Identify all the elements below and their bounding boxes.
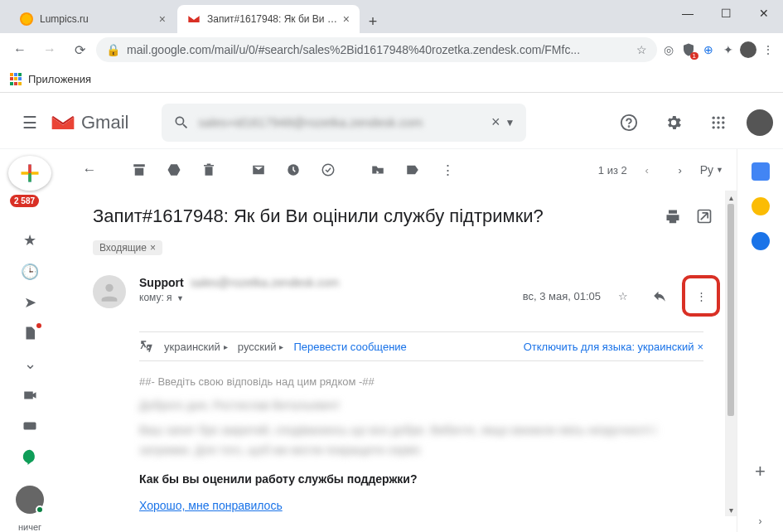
delete-button[interactable] [192, 153, 225, 186]
sidepanel-calendar-icon[interactable] [752, 162, 770, 181]
extension-shield-icon[interactable]: 1 [680, 41, 697, 58]
translate-bar: украинский ▸ русский ▸ Перевести сообщен… [139, 331, 703, 361]
browser-tab-0[interactable]: Lumpics.ru × [10, 5, 176, 33]
message-counter: 1 из 2 [598, 164, 627, 177]
sidepanel-add-button[interactable]: + [755, 461, 766, 499]
translate-icon [139, 339, 154, 354]
account-avatar[interactable] [747, 109, 773, 136]
sidepanel-tasks-icon[interactable] [752, 232, 770, 250]
report-spam-button[interactable] [157, 153, 191, 186]
label-chip[interactable]: Входящие × [93, 240, 162, 255]
mark-unread-button[interactable] [242, 153, 275, 186]
window-maximize[interactable]: ☐ [707, 0, 745, 27]
bookmark-apps-label[interactable]: Приложения [28, 73, 91, 85]
sidebar-more[interactable]: ⌄ [15, 352, 45, 376]
tab-title: Запит#1617948: Як би Ви оціни... [207, 13, 338, 25]
svg-point-4 [722, 116, 724, 118]
tab-close-icon[interactable]: × [343, 12, 350, 26]
extension-noscript-icon[interactable]: ◎ [660, 41, 677, 58]
window-close[interactable]: ✕ [745, 0, 783, 27]
tab-close-icon[interactable]: × [159, 12, 166, 26]
nav-forward-button[interactable]: → [36, 36, 63, 63]
presence-indicator [36, 505, 44, 514]
extension-globe-icon[interactable]: ⊕ [700, 41, 717, 58]
window-minimize[interactable]: — [669, 0, 707, 27]
compose-button[interactable] [8, 156, 51, 191]
add-to-tasks-button[interactable] [312, 153, 345, 186]
scroll-thumb[interactable] [727, 204, 734, 416]
labels-button[interactable] [396, 153, 429, 186]
translate-disable-link[interactable]: Отключить для языка: украинский × [524, 341, 703, 353]
prev-message-button[interactable]: ‹ [634, 157, 660, 183]
archive-button[interactable] [123, 153, 156, 186]
search-input[interactable] [190, 115, 486, 129]
input-language-button[interactable]: Ру ▼ [700, 163, 723, 177]
sidebar-inbox[interactable]: 2 587 [15, 197, 45, 221]
scrollbar[interactable]: ▴ ▾ [725, 191, 737, 516]
translate-action-link[interactable]: Перевести сообщение [293, 341, 406, 353]
nav-back-button[interactable]: ← [7, 36, 33, 63]
sidebar-snoozed[interactable]: 🕒 [15, 259, 45, 283]
sidebar-meet-keyboard[interactable] [15, 414, 45, 438]
extension-puzzle-icon[interactable]: ✦ [720, 41, 737, 58]
sender-name: Support [139, 276, 184, 289]
snooze-button[interactable] [277, 153, 310, 186]
search-box[interactable]: × ▼ [162, 104, 526, 142]
sidebar-drafts[interactable] [15, 322, 45, 346]
svg-point-2 [713, 116, 715, 118]
rating-good-link[interactable]: Хорошо, мне понравилось [139, 496, 283, 516]
sidebar-meet-video[interactable] [15, 383, 45, 407]
browser-menu-button[interactable]: ⋮ [760, 41, 776, 58]
sidebar-starred[interactable]: ★ [15, 229, 45, 253]
close-icon[interactable]: × [697, 341, 703, 353]
browser-tab-1[interactable]: Запит#1617948: Як би Ви оціни... × [177, 5, 360, 33]
message-date: вс, 3 мая, 01:05 [523, 290, 601, 302]
address-bar[interactable]: 🔒 mail.google.com/mail/u/0/#search/sales… [96, 37, 657, 62]
svg-point-5 [713, 121, 715, 123]
more-actions-button[interactable]: ⋮ [431, 153, 464, 186]
gmail-logo[interactable]: Gmail [50, 112, 128, 133]
sidepanel-collapse-button[interactable]: › [759, 515, 762, 532]
back-to-list-button[interactable]: ← [73, 153, 106, 186]
profile-avatar-icon[interactable] [740, 41, 756, 58]
hangouts-avatar[interactable] [16, 486, 44, 514]
remove-label-icon[interactable]: × [150, 242, 156, 254]
inbox-badge: 2 587 [10, 195, 39, 207]
svg-point-3 [717, 116, 719, 118]
sidebar-hangouts[interactable] [15, 445, 45, 469]
message-subject: Запит#1617948: Як би Ви оцінили службу п… [93, 206, 657, 227]
move-to-button[interactable] [361, 153, 394, 186]
recipient-line[interactable]: кому: я ▼ [139, 292, 523, 303]
next-message-button[interactable]: › [667, 157, 694, 183]
reply-marker: ##- Введіть свою відповідь над цим рядко… [139, 373, 720, 391]
sidepanel-keep-icon[interactable] [752, 197, 770, 215]
lock-icon: 🔒 [106, 43, 120, 56]
sender-email: sales@rozetka.zendesk.com [191, 276, 339, 289]
message-more-button[interactable]: ⋮ [687, 282, 715, 310]
search-clear-button[interactable]: × [491, 114, 500, 131]
translate-to[interactable]: русский ▸ [238, 341, 284, 353]
nav-reload-button[interactable]: ⟳ [66, 36, 93, 63]
star-message-button[interactable]: ☆ [609, 282, 637, 310]
support-button[interactable] [612, 106, 645, 139]
apps-grid-button[interactable] [702, 106, 735, 139]
print-button[interactable] [657, 201, 689, 232]
tab-strip: Lumpics.ru × Запит#1617948: Як би Ви оці… [0, 0, 783, 33]
svg-point-15 [105, 284, 113, 292]
tab-title: Lumpics.ru [40, 13, 154, 25]
translate-from[interactable]: украинский ▸ [164, 341, 228, 353]
message-body: ##- Введіть свою відповідь над цим рядко… [139, 373, 720, 516]
svg-point-13 [322, 164, 334, 176]
settings-button[interactable] [657, 106, 690, 139]
scroll-down-button[interactable]: ▾ [725, 503, 737, 516]
apps-icon[interactable] [10, 73, 23, 86]
search-options-button[interactable]: ▼ [505, 117, 515, 128]
open-new-window-button[interactable] [689, 201, 720, 232]
sidebar-sent[interactable]: ➤ [15, 290, 45, 314]
bookmark-star-icon[interactable]: ☆ [636, 43, 647, 56]
main-menu-button[interactable]: ☰ [10, 113, 50, 133]
new-tab-button[interactable]: + [361, 10, 384, 33]
scroll-up-button[interactable]: ▴ [725, 191, 737, 204]
svg-rect-11 [24, 423, 36, 430]
reply-button[interactable] [645, 282, 674, 310]
